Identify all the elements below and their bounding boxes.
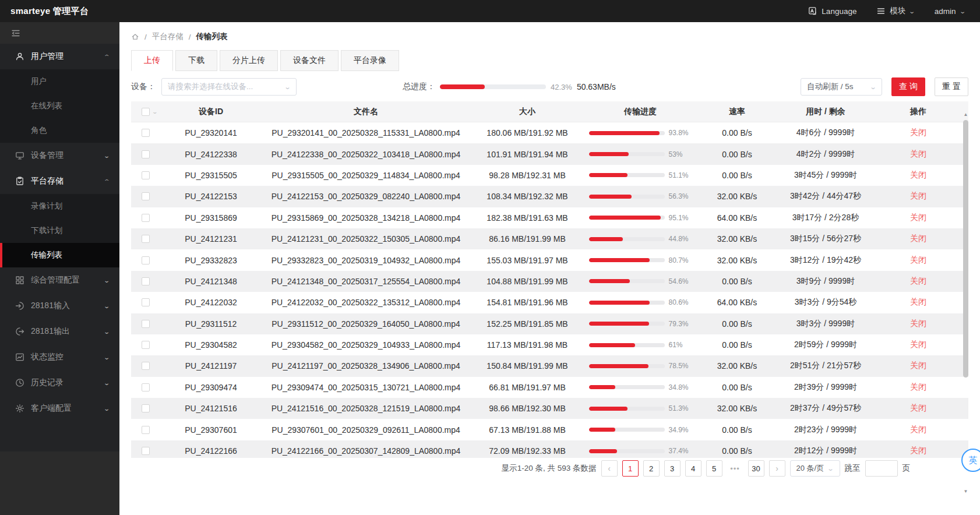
row-checkbox[interactable] [142, 277, 150, 285]
cell-file-name: PU_29315505_00_20250329_114834_LA0800.mp… [255, 171, 477, 180]
close-action-link[interactable]: 关闭 [910, 403, 926, 412]
row-progress-label: 53% [669, 150, 692, 158]
sidebar-subitem-recording-plan[interactable]: 录像计划 [0, 194, 119, 218]
sidebar-item-client-config[interactable]: 客户端配置 ⌄ [0, 396, 119, 421]
row-checkbox[interactable] [142, 404, 150, 412]
page-button[interactable]: 3 [664, 460, 681, 477]
row-checkbox[interactable] [142, 150, 150, 158]
page-size-select[interactable]: 20 条/页 ⌄ [790, 460, 840, 477]
close-action-link[interactable]: 关闭 [910, 361, 926, 370]
row-progress-label: 54.6% [669, 277, 692, 285]
close-action-link[interactable]: 关闭 [910, 276, 926, 285]
user-menu[interactable]: admin ⌄ [935, 7, 965, 16]
page-button[interactable]: 30 [748, 460, 764, 477]
row-checkbox[interactable] [142, 214, 150, 222]
close-action-link[interactable]: 关闭 [910, 255, 926, 264]
reset-button[interactable]: 重 置 [935, 77, 968, 96]
tab-upload[interactable]: 上传 [131, 50, 173, 71]
sidebar-item-user-management[interactable]: 用户管理 ⌃ [0, 44, 119, 69]
sidebar-item-integrated-config[interactable]: 综合管理配置 ⌄ [0, 267, 119, 293]
total-progress-percent: 42.3% [551, 83, 572, 91]
close-action-link[interactable]: 关闭 [910, 191, 926, 200]
row-checkbox[interactable] [142, 341, 150, 349]
sidebar-item-28181-output[interactable]: 28181输出 ⌄ [0, 319, 119, 344]
cell-file-name: PU_24121231_00_20250322_150305_LA0800.mp… [255, 234, 477, 244]
cell-size: 182.38 MB/191.63 MB [477, 213, 577, 223]
table-row: PU_29307601 PU_29307601_00_20250329_0926… [131, 419, 968, 440]
auto-refresh-select[interactable]: 自动刷新 / 5s ⌄ [801, 78, 882, 96]
table-scrollbar[interactable]: ▲ ▼ [961, 111, 970, 495]
module-menu[interactable]: 模块 ⌄ [876, 6, 914, 16]
row-progress-fill [589, 173, 628, 177]
cell-size: 152.25 MB/191.85 MB [477, 319, 577, 329]
breadcrumb-sep: / [189, 33, 191, 41]
row-checkbox[interactable] [142, 320, 150, 328]
query-button[interactable]: 查 询 [891, 77, 925, 96]
tab-chunk-upload[interactable]: 分片上传 [220, 50, 278, 71]
close-action-link[interactable]: 关闭 [910, 128, 926, 137]
table-row: PU_29304582 PU_29304582_00_20250329_1049… [131, 334, 968, 355]
scrollbar-thumb[interactable] [963, 120, 968, 378]
row-checkbox[interactable] [142, 447, 150, 455]
row-checkbox[interactable] [142, 426, 150, 434]
cell-size: 154.81 MB/191.96 MB [477, 298, 577, 307]
collapse-sidebar-icon[interactable] [11, 29, 20, 38]
page-button[interactable]: 1 [622, 460, 639, 477]
home-icon[interactable] [131, 33, 139, 41]
breadcrumb-sep: / [144, 33, 147, 41]
row-checkbox[interactable] [142, 171, 150, 179]
chevron-down-icon: ⌄ [959, 8, 966, 15]
sidebar-subitem-users[interactable]: 用户 [0, 69, 119, 94]
table-row: PU_29315869 PU_29315869_00_20250328_1342… [131, 207, 968, 228]
row-checkbox[interactable] [142, 362, 150, 370]
tab-device-files[interactable]: 设备文件 [280, 50, 339, 71]
close-action-link[interactable]: 关闭 [910, 340, 926, 349]
page-button[interactable]: 4 [685, 460, 701, 477]
scroll-up-icon[interactable]: ▲ [961, 112, 970, 117]
sidebar-item-28181-input[interactable]: 28181输入 ⌄ [0, 293, 119, 319]
tab-platform-recording[interactable]: 平台录像 [341, 50, 399, 71]
row-checkbox[interactable] [142, 235, 150, 243]
cell-time: 3时3分 / 9分54秒 [771, 297, 880, 308]
sidebar-subitem-transfer-list[interactable]: 传输列表 [0, 243, 119, 267]
scroll-down-icon[interactable]: ▼ [961, 489, 970, 494]
sidebar-item-device-management[interactable]: 设备管理 ⌄ [0, 143, 119, 168]
close-action-link[interactable]: 关闭 [910, 297, 926, 306]
prev-page-button[interactable]: ‹ [601, 460, 618, 477]
page-button[interactable]: 5 [706, 460, 722, 477]
tab-download[interactable]: 下载 [175, 50, 217, 71]
pagination-summary: 显示1-20 条, 共 593 条数据 [502, 463, 597, 474]
sidebar-item-history[interactable]: 历史记录 ⌄ [0, 370, 119, 396]
device-select[interactable]: 请搜索并选择在线设备... ⌄ [161, 78, 297, 96]
sidebar-item-status-monitor[interactable]: 状态监控 ⌄ [0, 344, 119, 370]
sidebar-subitem-download-plan[interactable]: 下载计划 [0, 218, 119, 243]
sidebar-subitem-roles[interactable]: 角色 [0, 118, 119, 143]
row-checkbox[interactable] [142, 192, 150, 200]
close-action-link[interactable]: 关闭 [910, 425, 926, 434]
close-action-link[interactable]: 关闭 [910, 446, 926, 455]
sidebar-item-platform-storage[interactable]: 平台存储 ⌃ [0, 168, 119, 194]
select-all-checkbox[interactable] [142, 108, 150, 116]
row-checkbox[interactable] [142, 298, 150, 306]
close-action-link[interactable]: 关闭 [910, 149, 926, 158]
close-action-link[interactable]: 关闭 [910, 319, 926, 328]
language-toggle-button[interactable]: 英 [961, 449, 980, 472]
cell-time: 3时17分 / 2分28秒 [771, 213, 880, 223]
breadcrumb-item[interactable]: 平台存储 [152, 31, 184, 42]
jump-page-input[interactable] [865, 460, 898, 477]
monitor-icon [15, 151, 24, 160]
close-action-link[interactable]: 关闭 [910, 213, 926, 222]
row-checkbox[interactable] [142, 129, 150, 137]
language-switcher[interactable]: Language [808, 6, 856, 16]
sidebar-subitem-online-list[interactable]: 在线列表 [0, 94, 119, 118]
row-checkbox[interactable] [142, 383, 150, 391]
close-action-link[interactable]: 关闭 [910, 170, 926, 179]
row-checkbox[interactable] [142, 256, 150, 264]
chevron-down-icon[interactable]: ⌄ [151, 109, 158, 115]
cell-rate: 32.00 KB/s [703, 404, 771, 413]
close-action-link[interactable]: 关闭 [910, 234, 926, 243]
cell-file-name: PU_29307601_00_20250329_092611_LA0800.mp… [255, 425, 477, 435]
next-page-button[interactable]: › [769, 460, 785, 477]
close-action-link[interactable]: 关闭 [910, 382, 926, 391]
page-button[interactable]: 2 [643, 460, 660, 477]
